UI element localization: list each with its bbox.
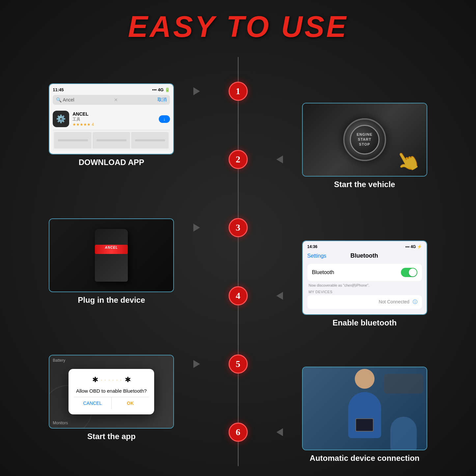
node-4-wrapper: 4 [203,262,273,330]
app-info: ANCEL 工具 ★★★★★ 4 [72,111,155,127]
step-5-label: Start the app [87,432,136,441]
step-4-label: Enable bluetooth [332,318,397,327]
page-title: EASY TO USE [128,10,348,44]
step-node-3: 3 [229,218,248,237]
bluetooth-label: Bluetooth [312,269,334,275]
mechanic-tablet [355,418,374,432]
step-6-label: Automatic device connection [310,454,419,463]
bt-time: 14:36 [307,244,318,249]
node-5-wrapper: 5 [203,330,273,398]
step-node-6: 6 [229,423,248,442]
right-column: ENGINESTARTSTOP 👆 Start the vehicle 14:3… [273,57,457,466]
mechanic-head [355,369,375,389]
obd-device: ANCEL [95,229,128,282]
page-wrapper: EASY TO USE 11:45 ▪▪▪ 4G 🔋 🔍 Ancel ✕ [0,0,476,476]
mechanic-display [303,367,427,450]
app-screenshots [53,130,170,151]
screenshot-1 [54,132,92,149]
step-2-block: ENGINESTARTSTOP 👆 Start the vehicle [273,57,457,196]
search-bar: 🔍 Ancel ✕ 取消 [53,95,170,105]
bluetooth-screen: 14:36 ▪▪▪ 4G ⚡ Settings Bluetooth Blueto… [303,241,427,314]
my-devices-label: MY DEVICES [307,290,422,294]
bluetooth-dialog: ✱ · · · · · · ✱ Allow OBD to enable Blue… [69,369,154,414]
engine-button-outer: ENGINESTARTSTOP [343,118,386,161]
node-2-wrapper: 2 [203,125,273,193]
dialog-cancel-btn[interactable]: CANCEL [74,397,112,409]
dialog-ok-btn[interactable]: OK [112,397,149,409]
download-button[interactable]: ↓ [159,115,170,123]
arrow-5 [193,360,200,368]
bt-title: Bluetooth [350,252,378,259]
step-node-1: 1 [229,82,248,101]
bluetooth-icon-right: ✱ [125,376,131,384]
obd-brand-text: ANCEL [105,246,118,249]
bluetooth-note: Now discoverable as "chen的iPhone". [307,283,422,288]
bt-signal: ▪▪▪ 4G ⚡ [405,244,422,249]
bluetooth-toggle-row: Bluetooth [307,264,422,281]
step-3-block: ANCEL Plug in the device [20,193,203,330]
bt-back-btn[interactable]: Settings [307,253,326,259]
bluetooth-toggle[interactable] [401,268,417,277]
step-3-label: Plug in the device [78,295,145,305]
arrow-2 [276,155,283,163]
step-node-4: 4 [229,286,248,305]
app-rating: ★★★★★ 4 [72,122,155,127]
dialog-buttons: CANCEL OK [74,397,149,409]
phone-status-bar: 11:45 ▪▪▪ 4G 🔋 [53,87,170,92]
arrow-4 [276,292,283,300]
arrow-3 [193,224,200,232]
screenshot-3 [131,132,169,149]
step-6-image [302,367,427,450]
step-node-2: 2 [229,150,248,169]
mechanic-person [348,379,381,438]
step-2-label: Start the vehicle [334,180,395,189]
left-column: 11:45 ▪▪▪ 4G 🔋 🔍 Ancel ✕ 取消 ⚙️ ANCEL [20,57,203,466]
search-icon: 🔍 Ancel [56,97,74,102]
bluetooth-icon-left: ✱ [92,376,98,384]
bt-nav: Settings Bluetooth [307,252,422,259]
step-1-image: 11:45 ▪▪▪ 4G 🔋 🔍 Ancel ✕ 取消 ⚙️ ANCEL [49,83,174,154]
dialog-message: Allow OBD to enable Bluetooth? [75,388,148,394]
step-1-block: 11:45 ▪▪▪ 4G 🔋 🔍 Ancel ✕ 取消 ⚙️ ANCEL [20,57,203,193]
node-6-wrapper: 6 [203,398,273,466]
connection-dots: · · · · · · [101,377,122,382]
arrow-1 [193,87,200,95]
phone-time: 11:45 [53,87,64,92]
phone-signal: ▪▪▪ 4G 🔋 [152,87,170,92]
step-4-image: 14:36 ▪▪▪ 4G ⚡ Settings Bluetooth Blueto… [302,240,427,315]
bt-not-connected: Not Connected ⓘ [312,299,417,305]
screenshot-2 [93,132,130,149]
bt-status-bar: 14:36 ▪▪▪ 4G ⚡ [307,244,422,249]
cancel-btn[interactable]: 取消 [157,97,167,103]
step-3-image: ANCEL [49,218,174,292]
content-area: 11:45 ▪▪▪ 4G 🔋 🔍 Ancel ✕ 取消 ⚙️ ANCEL [20,57,456,466]
step-4-block: 14:36 ▪▪▪ 4G ⚡ Settings Bluetooth Blueto… [273,196,457,331]
engine-button-inner: ENGINESTARTSTOP [350,125,379,154]
info-icon: ⓘ [413,299,417,304]
app-icon: ⚙️ [53,111,69,127]
bt-device-row: Not Connected ⓘ [307,295,422,309]
bg-car [384,374,423,394]
step-1-label: DOWNLOAD APP [79,158,144,167]
app-listing: ⚙️ ANCEL 工具 ★★★★★ 4 ↓ [53,108,170,130]
node-3-wrapper: 3 [203,193,273,262]
app-category: 工具 [72,117,155,122]
step-5-block: Battery ✱ · · · · · · ✱ Allow OBD to ena… [20,330,203,466]
step-5-image: Battery ✱ · · · · · · ✱ Allow OBD to ena… [49,355,174,429]
bg-person [390,417,417,450]
node-1-wrapper: 1 [203,57,273,125]
app-name: ANCEL [72,111,155,117]
app-dialog-display: Battery ✱ · · · · · · ✱ Allow OBD to ena… [49,355,173,428]
engine-display: ENGINESTARTSTOP 👆 [303,103,427,176]
step-6-block: Automatic device connection [273,331,457,466]
step-2-image: ENGINESTARTSTOP 👆 [302,103,427,177]
dialog-icons: ✱ · · · · · · ✱ [75,376,148,384]
step-node-5: 5 [229,354,248,374]
obd-device-display: ANCEL [49,219,173,292]
timeline: 1 2 3 4 [203,57,273,466]
download-app-screen: 11:45 ▪▪▪ 4G 🔋 🔍 Ancel ✕ 取消 ⚙️ ANCEL [49,84,173,154]
arrow-6 [276,428,283,436]
